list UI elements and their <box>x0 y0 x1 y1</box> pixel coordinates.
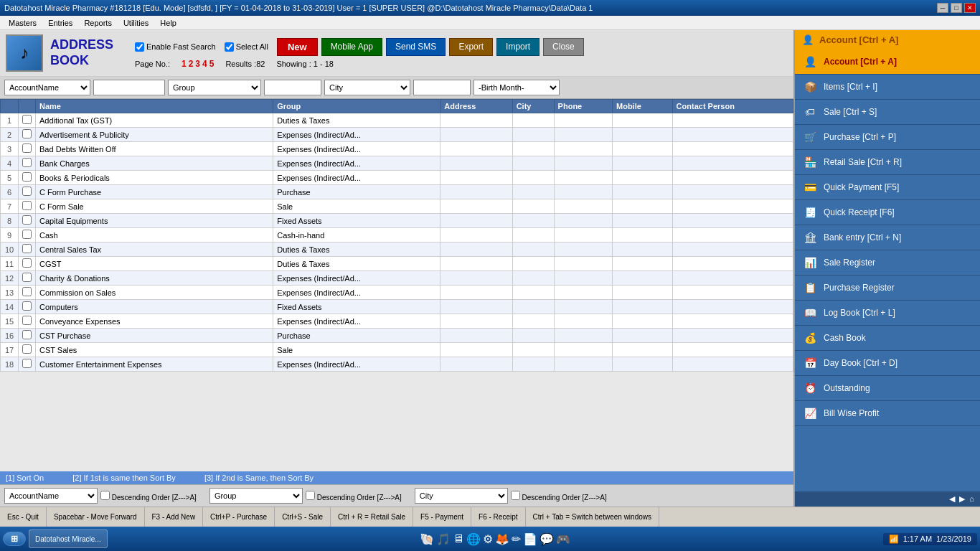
menu-item-bill-wise-profit[interactable]: 📈 Bill Wise Profit <box>795 401 980 426</box>
new-button[interactable]: New <box>277 38 318 56</box>
nav-back-icon[interactable]: ◀ <box>949 494 955 504</box>
mobile-app-button[interactable]: Mobile App <box>321 38 382 56</box>
sort3-desc-checkbox[interactable] <box>511 491 520 500</box>
city-filter[interactable]: City <box>324 80 410 95</box>
close-button[interactable]: Close <box>543 38 584 56</box>
row-select-checkbox[interactable] <box>22 158 32 167</box>
row-checkbox-cell[interactable] <box>19 171 36 185</box>
sort3-desc-label[interactable]: Descending Order [Z--->A] <box>511 491 607 501</box>
row-checkbox-cell[interactable] <box>19 113 36 128</box>
table-row[interactable]: 7 C Form Sale Sale <box>1 199 793 214</box>
row-select-checkbox[interactable] <box>22 287 32 296</box>
row-select-checkbox[interactable] <box>22 344 32 354</box>
row-select-checkbox[interactable] <box>22 143 32 153</box>
taskbar-app-datotahost[interactable]: Datotahost Miracle... <box>29 529 108 548</box>
table-row[interactable]: 1 Additional Tax (GST) Duties & Taxes <box>1 113 793 128</box>
row-select-checkbox[interactable] <box>22 359 32 368</box>
col-phone[interactable]: Phone <box>554 100 612 113</box>
table-row[interactable]: 8 Capital Equipments Fixed Assets <box>1 214 793 228</box>
col-mobile[interactable]: Mobile <box>613 100 673 113</box>
taskbar-icon-6[interactable]: 🦊 <box>495 532 509 546</box>
menu-item-outstanding[interactable]: ⏰ Outstanding <box>795 376 980 401</box>
maximize-button[interactable]: □ <box>951 3 962 13</box>
row-checkbox-cell[interactable] <box>19 228 36 242</box>
close-button[interactable]: ✕ <box>964 3 976 13</box>
col-group[interactable]: Group <box>273 100 440 113</box>
table-row[interactable]: 4 Bank Charges Expenses (Indirect/Ad... <box>1 156 793 171</box>
minimize-button[interactable]: ─ <box>937 3 948 13</box>
table-row[interactable]: 5 Books & Periodicals Expenses (Indirect… <box>1 171 793 185</box>
send-sms-button[interactable]: Send SMS <box>386 38 446 56</box>
table-row[interactable]: 16 CST Purchase Purchase <box>1 329 793 343</box>
row-checkbox-cell[interactable] <box>19 185 36 199</box>
group-search[interactable] <box>264 80 321 95</box>
table-row[interactable]: 18 Customer Entertainment Expenses Expen… <box>1 357 793 372</box>
col-address[interactable]: Address <box>440 100 512 113</box>
table-row[interactable]: 9 Cash Cash-in-hand <box>1 228 793 242</box>
row-select-checkbox[interactable] <box>22 316 32 325</box>
menu-item-bank-entry-ctrl--n[interactable]: 🏦 Bank entry [Ctrl + N] <box>795 225 980 250</box>
row-select-checkbox[interactable] <box>22 258 32 268</box>
menu-entries[interactable]: Entries <box>42 19 78 27</box>
menu-item-cash-book[interactable]: 💰 Cash Book <box>795 326 980 351</box>
city-search[interactable] <box>413 80 471 95</box>
import-button[interactable]: Import <box>496 38 540 56</box>
menu-item-retail-sale-ctrl--r[interactable]: 🏪 Retail Sale [Ctrl + R] <box>795 150 980 175</box>
account-name-filter[interactable]: AccountName <box>4 80 90 95</box>
menu-help[interactable]: Help <box>154 19 182 27</box>
row-checkbox-cell[interactable] <box>19 199 36 214</box>
taskbar-icon-1[interactable]: 🐚 <box>420 532 434 546</box>
taskbar-icon-10[interactable]: 🎮 <box>556 532 570 546</box>
sort1-select[interactable]: AccountName <box>4 488 98 504</box>
row-checkbox-cell[interactable] <box>19 214 36 228</box>
nav-forward-icon[interactable]: ▶ <box>959 494 965 504</box>
row-select-checkbox[interactable] <box>22 301 32 311</box>
menu-item-day-book-ctrl--d[interactable]: 📅 Day Book [Ctrl + D] <box>795 351 980 376</box>
page-2[interactable]: 2 <box>189 59 194 69</box>
taskbar-icon-3[interactable]: 🖥 <box>453 532 464 546</box>
enable-fast-search-label[interactable]: Enable Fast Search <box>135 42 216 52</box>
row-select-checkbox[interactable] <box>22 273 32 282</box>
menu-item-sale-register[interactable]: 📊 Sale Register <box>795 250 980 276</box>
table-row[interactable]: 15 Conveyance Expenses Expenses (Indirec… <box>1 314 793 329</box>
table-row[interactable]: 17 CST Sales Sale <box>1 343 793 357</box>
sort1-desc-checkbox[interactable] <box>100 491 110 500</box>
select-all-checkbox[interactable] <box>225 42 234 52</box>
row-checkbox-cell[interactable] <box>19 357 36 372</box>
taskbar-icon-7[interactable]: ✏ <box>512 532 521 546</box>
page-5[interactable]: 5 <box>209 59 215 69</box>
table-row[interactable]: 11 CGST Duties & Taxes <box>1 257 793 271</box>
row-select-checkbox[interactable] <box>22 172 32 182</box>
sort3-select[interactable]: City <box>415 488 508 504</box>
sort2-desc-checkbox[interactable] <box>306 491 315 500</box>
row-select-checkbox[interactable] <box>22 129 32 138</box>
menu-item-log-book-ctrl--l[interactable]: 📖 Log Book [Ctrl + L] <box>795 301 980 326</box>
row-select-checkbox[interactable] <box>22 330 32 339</box>
row-select-checkbox[interactable] <box>22 201 32 210</box>
row-checkbox-cell[interactable] <box>19 257 36 271</box>
menu-item-sale-ctrl--s[interactable]: 🏷 Sale [Ctrl + S] <box>795 100 980 125</box>
enable-fast-search-checkbox[interactable] <box>135 42 144 52</box>
table-row[interactable]: 2 Advertisement & Publicity Expenses (In… <box>1 128 793 142</box>
row-select-checkbox[interactable] <box>22 115 32 124</box>
row-select-checkbox[interactable] <box>22 187 32 196</box>
page-4[interactable]: 4 <box>202 59 207 69</box>
row-checkbox-cell[interactable] <box>19 286 36 300</box>
row-select-checkbox[interactable] <box>22 215 32 225</box>
menu-item-purchase-register[interactable]: 📋 Purchase Register <box>795 276 980 301</box>
page-1[interactable]: 1 <box>182 59 187 69</box>
sort2-desc-label[interactable]: Descending Order [Z--->A] <box>306 491 402 501</box>
col-city[interactable]: City <box>512 100 554 113</box>
menu-item-purchase-ctrl--p[interactable]: 🛒 Purchase [Ctrl + P] <box>795 125 980 150</box>
row-checkbox-cell[interactable] <box>19 300 36 314</box>
start-button[interactable]: ⊞ <box>3 532 26 546</box>
col-name[interactable]: Name <box>36 100 273 113</box>
sort2-select[interactable]: Group <box>209 488 303 504</box>
menu-utilities[interactable]: Utilities <box>118 19 154 27</box>
table-row[interactable]: 14 Computers Fixed Assets <box>1 300 793 314</box>
col-contact[interactable]: Contact Person <box>672 100 793 113</box>
row-checkbox-cell[interactable] <box>19 314 36 329</box>
account-name-search[interactable] <box>93 80 165 95</box>
row-select-checkbox[interactable] <box>22 230 32 239</box>
table-row[interactable]: 10 Central Sales Tax Duties & Taxes <box>1 242 793 257</box>
